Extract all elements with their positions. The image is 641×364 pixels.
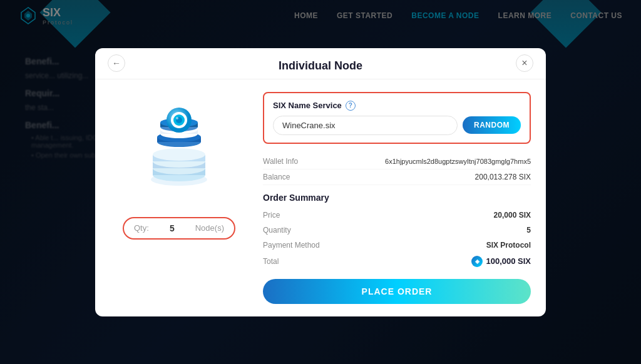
sns-random-button[interactable]: RANDOM: [463, 116, 521, 134]
modal-body: Qty: 5 Node(s) SIX Name Service ? RANDOM: [95, 79, 546, 316]
back-button[interactable]: ←: [108, 54, 125, 72]
sns-input[interactable]: [273, 116, 458, 135]
wallet-info-row: Wallet Info 6x1hjpyucmls2d8ugptzswyItnj7…: [263, 154, 531, 169]
total-label: Total: [263, 257, 279, 266]
modal-left-panel: Qty: 5 Node(s): [110, 92, 248, 304]
modal-right-panel: SIX Name Service ? RANDOM Wallet Info 6x…: [263, 92, 531, 304]
modal-overlay: ← Individual Node ×: [0, 0, 641, 364]
balance-value: 200,013.278 SIX: [475, 173, 531, 181]
modal-title: Individual Node: [279, 59, 362, 72]
balance-row: Balance 200,013.278 SIX: [263, 169, 531, 185]
payment-method-label: Payment Method: [263, 241, 320, 250]
sns-section: SIX Name Service ? RANDOM: [263, 92, 531, 144]
node-image: [123, 92, 235, 205]
wallet-info-label: Wallet Info: [263, 157, 298, 166]
node-illustration: [132, 101, 226, 195]
quantity-value: 5: [526, 226, 531, 235]
payment-method-row: Payment Method SIX Protocol: [263, 238, 531, 253]
wallet-info-value: 6x1hjpyucmls2d8ugptzswyItnj7083gmglg7hmx…: [385, 158, 531, 165]
close-button[interactable]: ×: [516, 54, 533, 72]
qty-box: Qty: 5 Node(s): [123, 217, 235, 240]
modal-header: ← Individual Node ×: [95, 48, 546, 79]
total-coin-icon: ◈: [471, 256, 483, 267]
sns-label-text: SIX Name Service: [273, 101, 342, 110]
modal: ← Individual Node ×: [95, 48, 546, 316]
sns-help-icon[interactable]: ?: [346, 101, 356, 111]
total-row: Total ◈ 100,000 SIX: [263, 253, 531, 270]
svg-point-10: [153, 148, 205, 161]
qty-label: Qty:: [134, 223, 149, 233]
total-value: ◈ 100,000 SIX: [471, 256, 531, 267]
price-label: Price: [263, 211, 280, 220]
quantity-label: Quantity: [263, 226, 291, 235]
sns-label-row: SIX Name Service ?: [273, 101, 521, 111]
qty-unit: Node(s): [195, 223, 224, 233]
price-value: 20,000 SIX: [494, 211, 531, 220]
total-amount: 100,000 SIX: [486, 256, 531, 266]
balance-label: Balance: [263, 173, 290, 181]
payment-method-value: SIX Protocol: [486, 241, 531, 250]
place-order-button[interactable]: PLACE ORDER: [263, 279, 531, 304]
order-summary-title: Order Summary: [263, 193, 531, 203]
price-row: Price 20,000 SIX: [263, 208, 531, 223]
sns-input-row: RANDOM: [273, 116, 521, 135]
svg-point-24: [176, 117, 178, 119]
qty-value: 5: [170, 223, 175, 233]
quantity-row: Quantity 5: [263, 223, 531, 238]
